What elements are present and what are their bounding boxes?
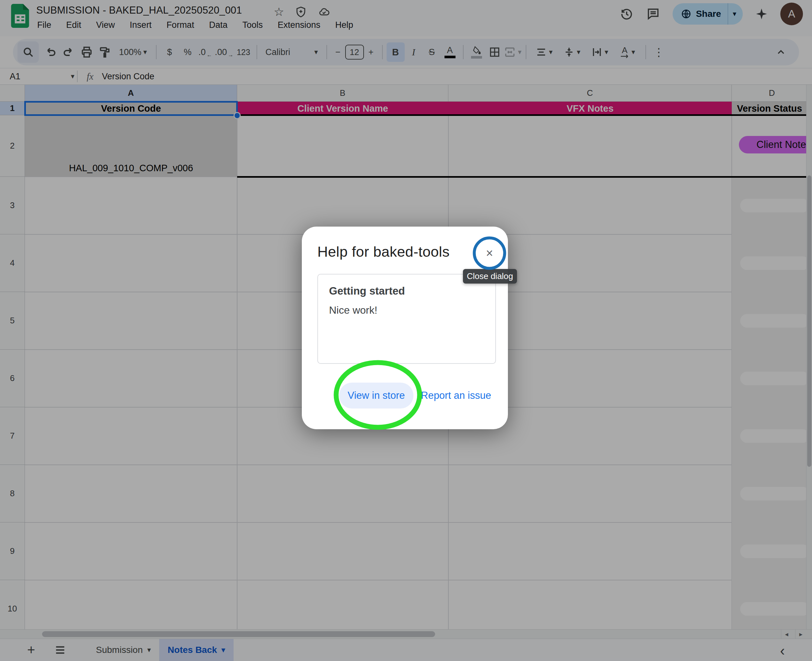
report-an-issue-link[interactable]: Report an issue <box>421 383 491 409</box>
section-body-text: Nice work! <box>329 304 377 316</box>
close-icon[interactable]: × <box>481 244 498 262</box>
dialog-content-panel: Getting started Nice work! <box>317 274 496 364</box>
help-dialog: Help for baked-tools × Getting started N… <box>302 227 508 429</box>
view-in-store-button[interactable]: View in store <box>339 383 414 409</box>
section-heading: Getting started <box>329 285 405 297</box>
dialog-title: Help for baked-tools <box>317 243 450 260</box>
close-dialog-tooltip: Close dialog <box>463 269 517 284</box>
